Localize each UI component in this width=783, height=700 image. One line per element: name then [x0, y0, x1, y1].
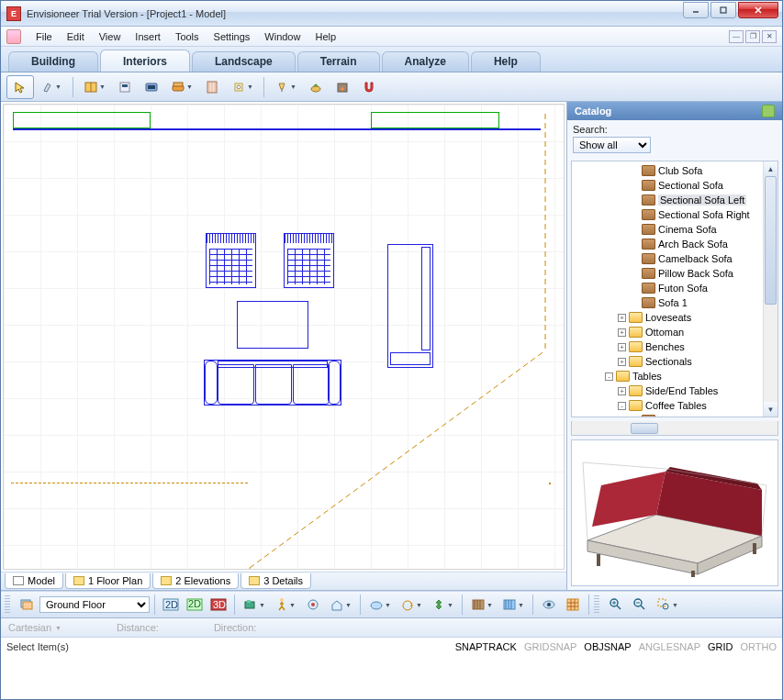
- eye-button[interactable]: [538, 594, 560, 616]
- viewtab-2-elevations[interactable]: 2 Elevations: [152, 573, 239, 589]
- vscrollbar[interactable]: ▲ ▼: [763, 161, 777, 417]
- grid-toggle-button[interactable]: [562, 594, 584, 616]
- tab-building[interactable]: Building: [8, 51, 98, 72]
- furniture-chair[interactable]: [284, 233, 334, 288]
- svg-point-46: [371, 602, 382, 609]
- shade2-button[interactable]: ▼: [498, 594, 528, 616]
- menu-edit[interactable]: Edit: [60, 28, 92, 45]
- snap-ortho[interactable]: ORTHO: [740, 641, 777, 652]
- tree-item[interactable]: Club Sofa: [572, 163, 763, 178]
- furniture-chair[interactable]: [206, 233, 256, 288]
- camera-button[interactable]: ▼: [240, 594, 269, 616]
- select-tool-button[interactable]: [6, 75, 34, 99]
- magnet-button[interactable]: [356, 75, 382, 99]
- plumbing-button[interactable]: ▼: [226, 75, 259, 99]
- render-button[interactable]: ▼: [365, 594, 395, 616]
- view-3d-button[interactable]: 3D: [207, 594, 229, 616]
- snap-snaptrack[interactable]: SNAPTRACK: [455, 641, 517, 652]
- tree-item[interactable]: -Tables: [572, 369, 763, 383]
- pan-button[interactable]: ▼: [428, 594, 457, 616]
- menu-tools[interactable]: Tools: [168, 28, 207, 45]
- appliance-button[interactable]: [112, 75, 138, 99]
- mdi-close-button[interactable]: ✕: [762, 30, 777, 43]
- svg-point-45: [311, 603, 315, 606]
- menu-view[interactable]: View: [92, 28, 129, 45]
- layers-button[interactable]: [16, 594, 38, 616]
- tree-item[interactable]: +Benches: [572, 339, 763, 354]
- window-controls: [683, 2, 778, 20]
- snap-grid[interactable]: GRID: [708, 641, 733, 652]
- tree-item[interactable]: Futon Sofa: [572, 281, 763, 295]
- snap-objsnap[interactable]: OBJSNAP: [584, 641, 631, 652]
- tab-analyze[interactable]: Analyze: [382, 51, 469, 72]
- pin-icon[interactable]: [762, 105, 775, 117]
- tree-item[interactable]: Sectional Sofa Left: [572, 193, 763, 207]
- tree-item[interactable]: Cinema Sofa: [572, 222, 763, 237]
- catalog-title: Catalog: [575, 106, 611, 117]
- viewtab-1-floor-plan[interactable]: 1 Floor Plan: [65, 573, 151, 589]
- menu-insert[interactable]: Insert: [128, 28, 168, 45]
- snap-gridsnap[interactable]: GRIDSNAP: [524, 641, 576, 652]
- window-covering-button[interactable]: [199, 75, 225, 99]
- svg-text:2D: 2D: [165, 599, 178, 610]
- close-button[interactable]: [738, 2, 778, 18]
- mdi-restore-button[interactable]: ❐: [745, 30, 760, 43]
- tree-item[interactable]: Sofa 1: [572, 295, 763, 310]
- tree-item[interactable]: Pillow Back Sofa: [572, 266, 763, 281]
- house-view-button[interactable]: ▼: [326, 594, 355, 616]
- vscroll-thumb[interactable]: [765, 176, 777, 305]
- viewtab-3-details[interactable]: 3 Details: [240, 573, 311, 589]
- furniture-sofa[interactable]: [204, 360, 341, 406]
- tree-item[interactable]: Sectional Sofa Right: [572, 207, 763, 222]
- hscrollbar[interactable]: [571, 421, 778, 436]
- view-2d-button[interactable]: 2D: [160, 594, 182, 616]
- mdi-minimize-button[interactable]: —: [729, 30, 744, 43]
- furniture-button[interactable]: ▼: [165, 75, 198, 99]
- app-menu-icon[interactable]: [6, 29, 21, 44]
- tree-item[interactable]: Sectional Sofa: [572, 178, 763, 193]
- paint-tool-button[interactable]: ▼: [35, 75, 68, 99]
- tab-interiors[interactable]: Interiors: [100, 50, 190, 72]
- furniture-sectional[interactable]: [387, 244, 433, 368]
- tree-item[interactable]: Arch Back Sofa: [572, 237, 763, 251]
- shade-button[interactable]: ▼: [467, 594, 497, 616]
- minimize-button[interactable]: [683, 2, 709, 18]
- floor-select[interactable]: Ground Floor: [39, 596, 150, 613]
- target-button[interactable]: [302, 594, 324, 616]
- tree-item[interactable]: +Ottoman: [572, 325, 763, 339]
- maximize-button[interactable]: [710, 2, 736, 18]
- tab-landscape[interactable]: Landscape: [192, 51, 296, 72]
- accessory-button[interactable]: [303, 75, 329, 99]
- furniture-coffee-table[interactable]: [237, 301, 308, 349]
- zoom-window-button[interactable]: ▼: [653, 594, 682, 616]
- snap-anglesnap[interactable]: ANGLESNAP: [639, 641, 700, 652]
- cabinet-button[interactable]: ▼: [78, 75, 111, 99]
- zoom-in-button[interactable]: [605, 594, 627, 616]
- tree-item[interactable]: +Side/End Tables: [572, 383, 763, 398]
- tree-item[interactable]: -Coffee Tables: [572, 398, 763, 413]
- lighting-button[interactable]: ▼: [269, 75, 302, 99]
- electronics-button[interactable]: [139, 75, 164, 99]
- orbit-button[interactable]: ▼: [397, 594, 426, 616]
- tree-item[interactable]: Camelback Sofa: [572, 251, 763, 266]
- menu-help[interactable]: Help: [308, 28, 343, 45]
- svg-point-51: [547, 603, 551, 606]
- viewtab-model[interactable]: Model: [5, 573, 63, 589]
- tree-item[interactable]: +Sectionals: [572, 354, 763, 369]
- walk-button[interactable]: ▼: [271, 594, 300, 616]
- tab-terrain[interactable]: Terrain: [297, 51, 380, 72]
- menu-settings[interactable]: Settings: [207, 28, 258, 45]
- view-2d3d-button[interactable]: 2D: [184, 594, 206, 616]
- catalog-search: Search: Show all: [567, 120, 782, 157]
- filter-select[interactable]: Show all: [573, 137, 651, 153]
- tree-item[interactable]: +Loveseats: [572, 310, 763, 325]
- drawing-canvas[interactable]: [3, 104, 565, 570]
- menu-window[interactable]: Window: [257, 28, 308, 45]
- tree-item[interactable]: Waterfall table: [572, 413, 763, 417]
- menu-file[interactable]: File: [28, 28, 60, 45]
- tab-help[interactable]: Help: [471, 51, 541, 72]
- fireplace-button[interactable]: [330, 75, 355, 99]
- coord-mode[interactable]: Cartesian▼: [8, 622, 62, 633]
- catalog-tree[interactable]: Club SofaSectional SofaSectional Sofa Le…: [571, 161, 778, 417]
- zoom-out-button[interactable]: [629, 594, 651, 616]
